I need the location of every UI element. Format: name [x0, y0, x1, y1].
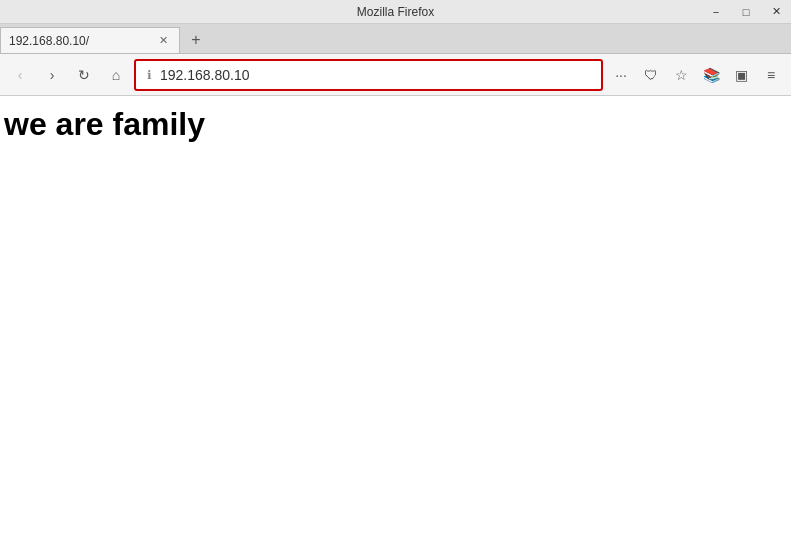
address-bar[interactable]: ℹ — [134, 59, 603, 91]
library-button[interactable]: 📚 — [697, 61, 725, 89]
sidebar-button[interactable]: ▣ — [727, 61, 755, 89]
forward-button[interactable]: › — [38, 61, 66, 89]
new-tab-button[interactable]: + — [182, 27, 210, 53]
window-controls: − □ ✕ — [701, 0, 791, 23]
reload-button[interactable]: ↻ — [70, 61, 98, 89]
maximize-button[interactable]: □ — [731, 0, 761, 23]
page-content: we are family — [0, 96, 791, 534]
active-tab[interactable]: 192.168.80.10/ ✕ — [0, 27, 180, 53]
security-icon: ℹ — [142, 68, 156, 82]
close-button[interactable]: ✕ — [761, 0, 791, 23]
page-text: we are family — [4, 106, 205, 142]
bookmark-button[interactable]: ☆ — [667, 61, 695, 89]
back-button[interactable]: ‹ — [6, 61, 34, 89]
minimize-button[interactable]: − — [701, 0, 731, 23]
titlebar: Mozilla Firefox − □ ✕ — [0, 0, 791, 24]
tab-title: 192.168.80.10/ — [9, 34, 151, 48]
shield-button[interactable]: 🛡 — [637, 61, 665, 89]
more-button[interactable]: ··· — [607, 61, 635, 89]
tab-close-button[interactable]: ✕ — [155, 33, 171, 49]
address-input[interactable] — [160, 67, 595, 83]
nav-right-icons: ··· 🛡 ☆ 📚 ▣ ≡ — [607, 61, 785, 89]
tabbar: 192.168.80.10/ ✕ + — [0, 24, 791, 54]
home-button[interactable]: ⌂ — [102, 61, 130, 89]
window-title: Mozilla Firefox — [357, 5, 434, 19]
menu-button[interactable]: ≡ — [757, 61, 785, 89]
navbar: ‹ › ↻ ⌂ ℹ ··· 🛡 ☆ 📚 ▣ ≡ — [0, 54, 791, 96]
